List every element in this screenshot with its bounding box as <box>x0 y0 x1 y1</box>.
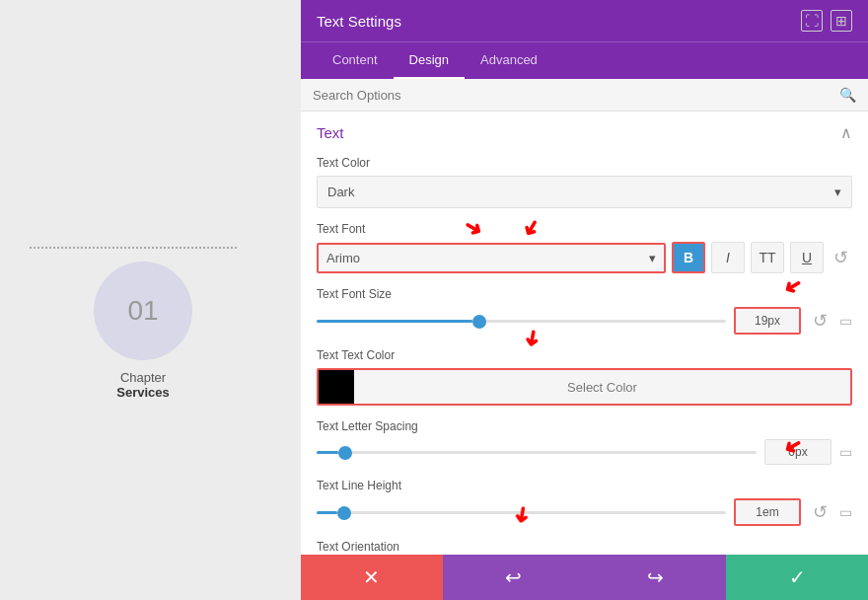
font-size-device-icon[interactable]: ▭ <box>839 313 852 329</box>
tab-content[interactable]: Content <box>317 42 394 79</box>
dropdown-arrow-icon: ▾ <box>834 185 841 199</box>
line-height-field: Text Line Height ↺ ▭ <box>317 479 852 526</box>
expand-icon[interactable]: ⛶ <box>801 10 823 32</box>
search-input[interactable] <box>313 88 839 103</box>
line-height-undo-button[interactable]: ↺ <box>809 501 832 523</box>
chapter-title: Chapter <box>94 370 192 385</box>
grid-icon[interactable]: ⊞ <box>831 10 852 32</box>
letter-spacing-slider-row: ▭ <box>317 439 852 465</box>
letter-spacing-device-icon[interactable]: ▭ <box>839 444 852 460</box>
text-text-color-label: Text Text Color <box>317 348 852 362</box>
tab-design[interactable]: Design <box>394 42 465 79</box>
font-dropdown-arrow-icon: ▾ <box>649 251 656 265</box>
undo-button[interactable]: ↩ <box>443 555 585 600</box>
letter-spacing-slider-track[interactable] <box>317 451 757 454</box>
chapter-label: Chapter Services <box>94 370 192 400</box>
search-bar: 🔍 <box>301 79 868 112</box>
section-title: Text <box>317 124 344 141</box>
italic-button[interactable]: I <box>711 242 745 273</box>
chapter-subtitle: Services <box>94 385 192 400</box>
font-size-slider-container <box>317 320 726 323</box>
bottom-toolbar: ✕ ↩ ↪ ✓ <box>301 555 868 600</box>
header-icons: ⛶ ⊞ <box>801 10 852 32</box>
panel-title: Text Settings <box>317 13 401 30</box>
text-color-label: Text Color <box>317 156 852 170</box>
line-height-slider-container <box>317 511 726 514</box>
uppercase-button[interactable]: TT <box>751 242 784 273</box>
underline-button[interactable]: U <box>790 242 824 273</box>
text-font-label: Text Font <box>317 222 852 236</box>
color-swatch <box>319 370 354 404</box>
letter-spacing-label: Text Letter Spacing <box>317 419 852 433</box>
line-height-input[interactable] <box>734 498 801 526</box>
search-icon: 🔍 <box>839 87 856 103</box>
line-height-label: Text Line Height <box>317 479 852 492</box>
text-color-dropdown[interactable]: Dark ▾ <box>317 176 852 208</box>
text-section-header: Text ∧ <box>317 123 852 142</box>
letter-spacing-input[interactable] <box>764 439 832 465</box>
text-orientation-label: Text Orientation <box>317 540 852 554</box>
font-size-slider-track[interactable] <box>317 320 726 323</box>
text-color-field: Text Color Dark ▾ <box>317 156 852 208</box>
collapse-icon[interactable]: ∧ <box>840 123 852 142</box>
line-height-device-icon[interactable]: ▭ <box>839 504 852 520</box>
text-text-color-field: Text Text Color Select Color <box>317 348 852 406</box>
tab-advanced[interactable]: Advanced <box>465 42 553 79</box>
text-orientation-field: Text Orientation ☰ ☰ ☰ ☰ <box>317 540 852 555</box>
tab-bar: Content Design Advanced <box>301 41 868 79</box>
line-height-slider-track[interactable] <box>317 511 726 514</box>
redo-button[interactable]: ↪ <box>585 555 727 600</box>
text-font-field: Text Font Arimo ▾ B I TT U ↺ <box>317 222 852 273</box>
select-color-label: Select Color <box>354 372 850 403</box>
chapter-number: 01 <box>94 262 192 360</box>
font-size-slider-row: ↺ ▭ <box>317 307 852 335</box>
letter-spacing-slider-container <box>317 451 757 454</box>
dotted-line <box>30 247 237 249</box>
settings-panel: Text Settings ⛶ ⊞ Content Design Advance… <box>301 0 868 600</box>
letter-spacing-field: Text Letter Spacing ▭ <box>317 419 852 465</box>
color-picker-row[interactable]: Select Color <box>317 368 852 406</box>
bold-button[interactable]: B <box>672 242 705 273</box>
cancel-button[interactable]: ✕ <box>301 555 443 600</box>
text-font-size-field: Text Font Size ↺ ▭ <box>317 287 852 335</box>
settings-content: Text ∧ Text Color Dark ▾ Text Font Arimo… <box>301 112 868 555</box>
line-height-slider-row: ↺ ▭ <box>317 498 852 526</box>
font-undo-button[interactable]: ↺ <box>830 247 852 268</box>
panel-header: Text Settings ⛶ ⊞ <box>301 0 868 41</box>
font-row: Arimo ▾ B I TT U ↺ <box>317 242 852 273</box>
font-select-dropdown[interactable]: Arimo ▾ <box>317 243 666 273</box>
font-size-input[interactable] <box>734 307 801 335</box>
font-size-undo-button[interactable]: ↺ <box>809 310 832 332</box>
confirm-button[interactable]: ✓ <box>726 555 868 600</box>
text-font-size-label: Text Font Size <box>317 287 852 301</box>
